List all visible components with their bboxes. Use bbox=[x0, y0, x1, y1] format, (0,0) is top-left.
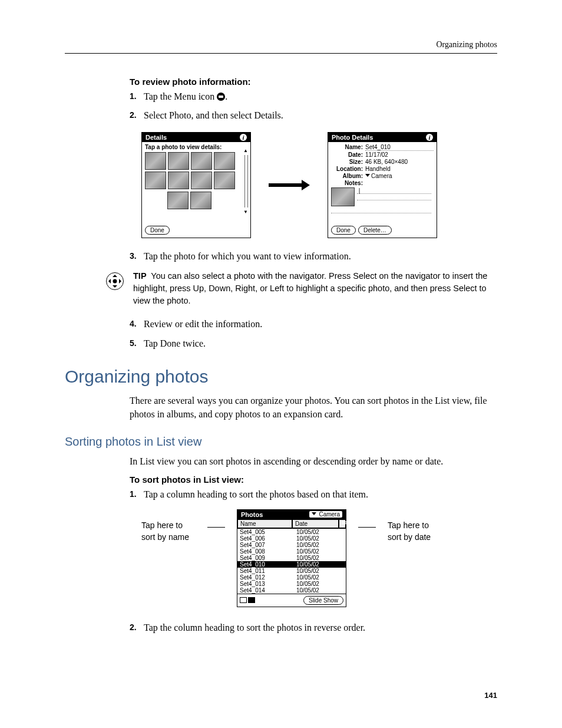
notes-label: Notes: bbox=[331, 180, 365, 186]
photo-thumbnail[interactable] bbox=[167, 192, 189, 209]
name-label: Name: bbox=[331, 144, 365, 151]
sort-step-2: 2. Tap the column heading to sort the ph… bbox=[130, 621, 497, 634]
date-label: Date: bbox=[331, 151, 365, 158]
done-button[interactable]: Done bbox=[145, 226, 170, 235]
photos-list-screen: Photos Camera Name Date Set4_00510/05/02… bbox=[237, 509, 346, 607]
name-column-header[interactable]: Name bbox=[237, 519, 292, 528]
photo-thumbnail[interactable] bbox=[190, 192, 211, 209]
figure-list-view: Tap here to sort by name Photos Camera N… bbox=[141, 509, 497, 607]
menu-icon[interactable] bbox=[339, 519, 346, 528]
step-number: 1. bbox=[130, 488, 144, 501]
list-footer: Slide Show bbox=[237, 594, 346, 607]
step-text: Tap a column heading to sort the photos … bbox=[144, 488, 497, 501]
list-item[interactable]: Set4_00710/05/02 bbox=[237, 542, 346, 548]
location-value: Handheld bbox=[365, 166, 434, 172]
grid-view-icon[interactable] bbox=[240, 597, 247, 603]
callout-connector bbox=[207, 527, 225, 528]
step-number: 3. bbox=[130, 250, 144, 263]
list-item[interactable]: Set4_00510/05/02 bbox=[237, 529, 346, 535]
tip-label: TIP bbox=[133, 271, 147, 281]
list-item[interactable]: Set4_01210/05/02 bbox=[237, 574, 346, 581]
review-procedure-heading: To review photo information: bbox=[130, 77, 497, 87]
step-number: 2. bbox=[130, 621, 144, 634]
column-headers: Name Date bbox=[237, 519, 346, 529]
list-item[interactable]: Set4_01410/05/02 bbox=[237, 587, 346, 594]
slideshow-button[interactable]: Slide Show bbox=[303, 596, 343, 605]
album-dropdown[interactable]: Camera bbox=[365, 173, 434, 179]
done-button[interactable]: Done bbox=[331, 226, 356, 235]
photo-details-titlebar: Photo Details i bbox=[328, 133, 437, 142]
step-3: 3. Tap the photo for which you want to v… bbox=[130, 250, 497, 263]
notes-line[interactable] bbox=[357, 194, 431, 200]
sorting-paragraph: In List view you can sort photos in asce… bbox=[130, 454, 497, 468]
step-2: 2. Select Photo, and then select Details… bbox=[130, 109, 497, 122]
album-label: Album: bbox=[331, 173, 365, 179]
tip-text: TIP You can also select a photo with the… bbox=[133, 270, 497, 307]
figure-details-screens: Details i Tap a photo to view details: bbox=[141, 132, 497, 238]
list-item[interactable]: Set4_00610/05/02 bbox=[237, 535, 346, 542]
scrollbar[interactable] bbox=[244, 155, 248, 207]
callout-sort-date: Tap here to sort by date bbox=[388, 509, 452, 543]
sort-procedure-heading: To sort photos in List view: bbox=[130, 475, 497, 485]
step-text: Tap the column heading to sort the photo… bbox=[144, 621, 497, 634]
callout-line: sort by date bbox=[388, 532, 431, 542]
delete-button[interactable]: Delete… bbox=[358, 226, 392, 235]
step-number: 1. bbox=[130, 90, 144, 103]
name-value[interactable]: Set4_010 bbox=[365, 144, 434, 151]
chevron-down-icon bbox=[312, 512, 316, 515]
step-4: 4. Review or edit the information. bbox=[130, 318, 497, 331]
photo-thumbnail[interactable] bbox=[214, 152, 235, 170]
album-value: Camera bbox=[371, 173, 392, 179]
callout-sort-name: Tap here to sort by name bbox=[141, 509, 206, 543]
list-item[interactable]: Set4_01110/05/02 bbox=[237, 568, 346, 574]
date-value: 11/17/02 bbox=[365, 151, 434, 158]
step-text: Tap the photo for which you want to view… bbox=[144, 250, 497, 263]
details-titlebar: Details i bbox=[142, 133, 250, 142]
callout-connector bbox=[358, 527, 376, 528]
notes-line[interactable] bbox=[331, 206, 431, 213]
photo-thumbnail[interactable] bbox=[214, 172, 235, 189]
step-1-text-after: . bbox=[225, 91, 227, 101]
date-column-header[interactable]: Date bbox=[292, 519, 339, 528]
photo-thumbnail[interactable] bbox=[191, 172, 212, 189]
list-title: Photos bbox=[241, 511, 263, 518]
photo-thumbnail[interactable] bbox=[145, 172, 166, 189]
list-item[interactable]: Set4_00810/05/02 bbox=[237, 548, 346, 555]
info-icon: i bbox=[240, 134, 247, 141]
photo-details-screen: Photo Details i Name:Set4_010 Date:11/17… bbox=[328, 132, 437, 238]
arrow-icon bbox=[269, 182, 310, 188]
view-toggle bbox=[240, 597, 255, 603]
chevron-down-icon bbox=[365, 174, 370, 177]
details-screen: Details i Tap a photo to view details: bbox=[141, 132, 251, 238]
tip-block: TIP You can also select a photo with the… bbox=[65, 270, 497, 307]
list-item[interactable]: Set4_01310/05/02 bbox=[237, 581, 346, 587]
list-item-selected[interactable]: Set4_01010/05/02 bbox=[237, 561, 346, 568]
step-1-text: Tap the Menu icon bbox=[144, 91, 217, 101]
step-number: 4. bbox=[130, 318, 144, 331]
size-value: 46 KB, 640×480 bbox=[365, 159, 434, 165]
tip-body: You can also select a photo with the nav… bbox=[133, 271, 487, 305]
step-text: Select Photo, and then select Details. bbox=[144, 109, 497, 122]
step-number: 2. bbox=[130, 109, 144, 122]
details-title: Details bbox=[146, 134, 167, 141]
sort-step-1: 1. Tap a column heading to sort the phot… bbox=[130, 488, 497, 501]
navigator-icon bbox=[106, 272, 124, 290]
photo-thumbnail[interactable] bbox=[191, 152, 212, 170]
list-view-icon[interactable] bbox=[248, 597, 255, 603]
thumbnail-grid bbox=[145, 152, 247, 189]
thumbnail-grid-row2 bbox=[167, 192, 247, 209]
photo-thumbnail[interactable] bbox=[145, 152, 166, 170]
step-text: Tap Done twice. bbox=[144, 337, 497, 350]
list-item[interactable]: Set4_00910/05/02 bbox=[237, 555, 346, 561]
subsection-heading-sorting: Sorting photos in List view bbox=[65, 435, 497, 449]
list-titlebar: Photos Camera bbox=[237, 510, 346, 519]
callout-line: Tap here to bbox=[388, 521, 429, 530]
section-heading-organizing: Organizing photos bbox=[65, 367, 497, 387]
photo-thumbnail[interactable] bbox=[168, 152, 189, 170]
photo-thumbnail[interactable] bbox=[168, 172, 189, 189]
header-rule bbox=[65, 53, 497, 54]
size-label: Size: bbox=[331, 159, 365, 165]
album-dropdown[interactable]: Camera bbox=[309, 511, 342, 518]
notes-line[interactable]: | bbox=[357, 187, 431, 194]
step-text: Review or edit the information. bbox=[144, 318, 497, 331]
